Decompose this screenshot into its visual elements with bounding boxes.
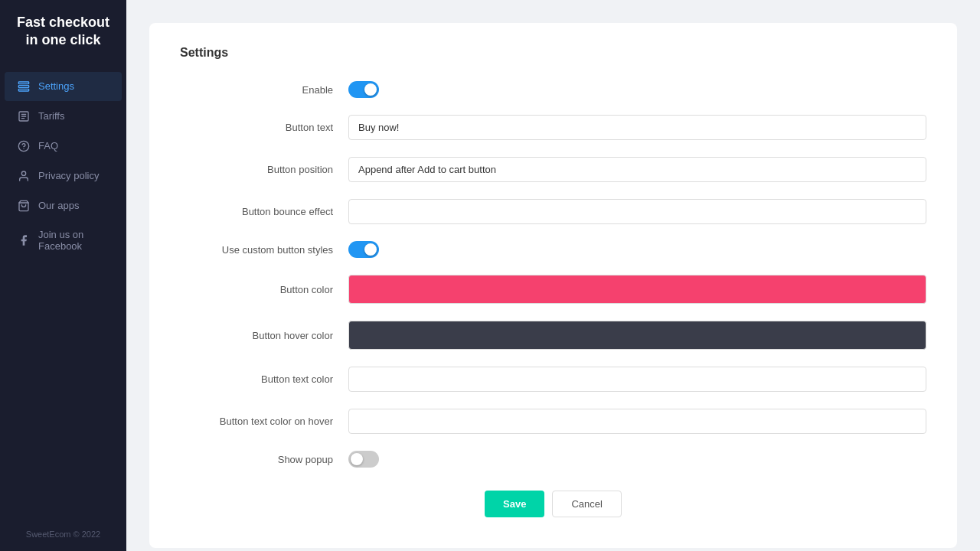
button-text-label: Button text [180,122,348,133]
sidebar-item-privacy[interactable]: Privacy policy [5,161,122,191]
sidebar-item-facebook[interactable]: Join us on Facebook [5,221,122,259]
custom-styles-toggle[interactable] [348,241,379,258]
settings-card: Settings Enable Button text Button posit… [149,23,957,548]
faq-icon [17,139,31,153]
button-position-input[interactable] [348,157,926,182]
button-hover-color-control [348,321,926,350]
tariffs-icon [17,109,31,123]
button-position-label: Button position [180,164,348,175]
button-position-control [348,157,926,182]
main-content: Settings Enable Button text Button posit… [126,0,980,551]
button-text-control [348,115,926,140]
settings-icon [17,80,31,93]
privacy-icon [17,169,31,183]
button-text-hover-control [348,409,926,434]
facebook-icon [17,233,31,247]
enable-row: Enable [180,81,926,98]
button-hover-color-row: Button hover color [180,321,926,350]
custom-styles-label: Use custom button styles [180,244,348,256]
button-text-color-label: Button text color [180,373,348,385]
button-hover-color-swatch[interactable] [348,321,926,350]
button-bounce-input[interactable] [348,199,926,224]
custom-styles-toggle-thumb [364,243,377,256]
show-popup-toggle[interactable] [348,451,379,468]
svg-rect-0 [18,82,28,84]
sidebar-item-facebook-label: Join us on Facebook [38,229,109,252]
enable-control [348,81,926,98]
enable-label: Enable [180,84,348,96]
settings-title: Settings [180,46,926,60]
show-popup-toggle-thumb [351,453,363,465]
sidebar: Fast checkout in one click Settings Tari… [0,0,126,551]
enable-toggle-track[interactable] [348,81,379,98]
button-color-swatch[interactable] [348,275,926,304]
sidebar-item-our-apps-label: Our apps [38,200,79,211]
sidebar-item-our-apps[interactable]: Our apps [5,191,122,220]
custom-styles-toggle-track[interactable] [348,241,379,258]
svg-rect-2 [18,89,28,91]
cancel-button[interactable]: Cancel [552,491,621,517]
button-bounce-control [348,199,926,224]
svg-rect-1 [18,85,28,87]
show-popup-toggle-track[interactable] [348,451,379,468]
custom-styles-control [348,241,926,258]
show-popup-row: Show popup [180,451,926,468]
button-text-hover-input[interactable] [348,409,926,434]
button-color-control [348,275,926,304]
form-buttons: Save Cancel [180,491,926,517]
button-text-row: Button text [180,115,926,140]
sidebar-item-privacy-label: Privacy policy [38,170,99,181]
enable-toggle-thumb [364,83,377,96]
sidebar-nav: Settings Tariffs FAQ [0,65,126,517]
sidebar-footer: SweetEcom © 2022 [0,517,126,551]
button-bounce-row: Button bounce effect [180,199,926,224]
button-text-input[interactable] [348,115,926,140]
button-text-color-row: Button text color [180,367,926,392]
button-color-row: Button color [180,275,926,304]
svg-point-6 [21,171,25,175]
our-apps-icon [17,199,31,213]
sidebar-item-tariffs[interactable]: Tariffs [5,102,122,131]
button-text-color-input[interactable] [348,367,926,392]
button-color-label: Button color [180,284,348,295]
button-text-hover-label: Button text color on hover [180,416,348,427]
button-position-row: Button position [180,157,926,182]
custom-styles-row: Use custom button styles [180,241,926,258]
sidebar-item-faq[interactable]: FAQ [5,132,122,161]
button-bounce-label: Button bounce effect [180,206,348,217]
button-text-color-control [348,367,926,392]
sidebar-item-faq-label: FAQ [38,140,58,152]
show-popup-label: Show popup [180,454,348,465]
show-popup-control [348,451,926,468]
save-button[interactable]: Save [485,491,544,517]
sidebar-item-tariffs-label: Tariffs [38,110,64,122]
enable-toggle[interactable] [348,81,379,98]
button-hover-color-label: Button hover color [180,330,348,341]
app-logo: Fast checkout in one click [0,0,126,65]
sidebar-item-settings[interactable]: Settings [5,72,122,101]
button-text-hover-row: Button text color on hover [180,409,926,434]
sidebar-item-settings-label: Settings [38,80,74,92]
